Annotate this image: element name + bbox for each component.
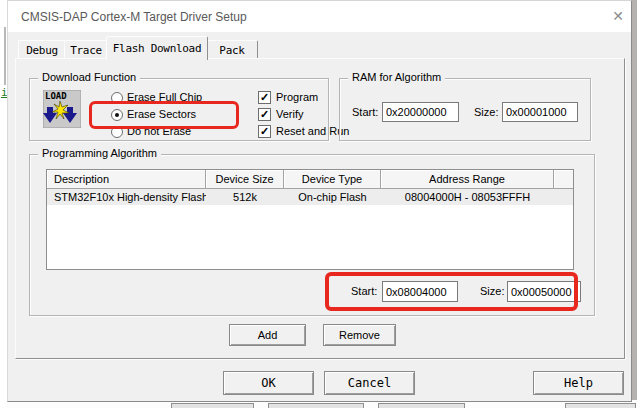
tab-pack-label: Pack: [219, 44, 244, 57]
cell-device-size: 512k: [206, 189, 284, 205]
checkbox-reset-and-run[interactable]: ✓: [258, 125, 271, 138]
algorithm-table-header: Description Device Size Device Type Addr…: [47, 170, 573, 189]
ram-start-label: Start:: [352, 106, 378, 118]
remove-button[interactable]: Remove: [323, 324, 396, 346]
algorithm-table[interactable]: Description Device Size Device Type Addr…: [46, 169, 574, 270]
help-button-label: Help: [564, 376, 593, 390]
flash-size-label: Size:: [480, 285, 504, 297]
check-icon: ✓: [260, 126, 269, 137]
ok-button-label: OK: [261, 376, 275, 390]
cell-description: STM32F10x High-density Flash: [47, 189, 206, 205]
background-button: [565, 403, 636, 408]
download-function-group: Download Function LOAD Erase Full Chip E…: [29, 78, 329, 141]
svg-text:LOAD: LOAD: [45, 91, 67, 101]
checkbox-verify-label: Verify: [276, 108, 304, 120]
target-driver-setup-dialog: CMSIS-DAP Cortex-M Target Driver Setup ✕…: [7, 0, 632, 402]
load-icon: LOAD: [43, 90, 81, 128]
background-button: [171, 403, 254, 408]
column-device-type[interactable]: Device Type: [284, 170, 381, 188]
download-function-legend: Download Function: [38, 71, 140, 83]
tab-debug-label: Debug: [26, 44, 58, 57]
titlebar: CMSIS-DAP Cortex-M Target Driver Setup ✕: [8, 1, 631, 32]
column-device-size[interactable]: Device Size: [206, 170, 284, 188]
close-icon[interactable]: ✕: [608, 6, 628, 26]
tab-flash-download-label: Flash Download: [113, 42, 202, 55]
column-description[interactable]: Description: [47, 170, 206, 188]
flash-start-input[interactable]: [382, 281, 458, 302]
flash-download-tab-page: Download Function LOAD Erase Full Chip E…: [15, 58, 625, 359]
add-button[interactable]: Add: [229, 324, 306, 346]
check-icon: ✓: [260, 92, 269, 103]
background-button: [268, 403, 364, 408]
ram-size-label: Size:: [474, 106, 498, 118]
cancel-button-label: Cancel: [348, 376, 391, 390]
tab-flash-download[interactable]: Flash Download: [106, 36, 208, 60]
screen: i CMSIS-DAP Cortex-M Target Driver Setup…: [0, 0, 637, 408]
background-scrollbar: [4, 27, 6, 85]
column-address-range[interactable]: Address Range: [381, 170, 554, 188]
radio-erase-sectors[interactable]: [111, 109, 123, 121]
table-row[interactable]: STM32F10x High-density Flash 512k On-chi…: [47, 189, 573, 205]
ok-button[interactable]: OK: [223, 371, 314, 395]
flash-size-input[interactable]: [507, 281, 581, 302]
flash-start-label: Start:: [351, 285, 377, 297]
column-spacer: [554, 170, 573, 188]
ram-size-input[interactable]: [502, 102, 578, 122]
check-icon: ✓: [260, 109, 269, 120]
background-button: [378, 403, 465, 408]
tab-trace-label: Trace: [70, 44, 102, 57]
checkbox-program-label: Program: [276, 91, 318, 103]
checkbox-program[interactable]: ✓: [258, 91, 271, 104]
ram-start-input[interactable]: [382, 102, 459, 122]
ram-for-algorithm-legend: RAM for Algorithm: [348, 71, 445, 83]
add-button-label: Add: [258, 329, 278, 341]
programming-algorithm-group: Programming Algorithm Description Device…: [29, 154, 595, 316]
background-editor-strip: i: [0, 0, 7, 408]
programming-algorithm-legend: Programming Algorithm: [38, 147, 161, 159]
checkbox-verify[interactable]: ✓: [258, 108, 271, 121]
ram-for-algorithm-group: RAM for Algorithm Start: Size:: [339, 78, 591, 141]
tab-trace[interactable]: Trace: [64, 40, 108, 59]
radio-do-not-erase-label: Do not Erase: [127, 125, 191, 137]
radio-erase-sectors-label: Erase Sectors: [127, 108, 196, 120]
cell-address-range: 08004000H - 08053FFFH: [381, 189, 554, 205]
radio-do-not-erase[interactable]: [111, 126, 123, 138]
radio-erase-full-chip-label: Erase Full Chip: [127, 91, 202, 103]
help-button[interactable]: Help: [533, 371, 624, 395]
cancel-button[interactable]: Cancel: [324, 371, 415, 395]
cell-device-type: On-chip Flash: [284, 189, 381, 205]
remove-button-label: Remove: [339, 329, 380, 341]
tab-debug[interactable]: Debug: [18, 40, 66, 59]
dialog-title: CMSIS-DAP Cortex-M Target Driver Setup: [21, 10, 247, 24]
radio-erase-full-chip[interactable]: [111, 92, 123, 104]
tab-pack[interactable]: Pack: [206, 40, 258, 59]
